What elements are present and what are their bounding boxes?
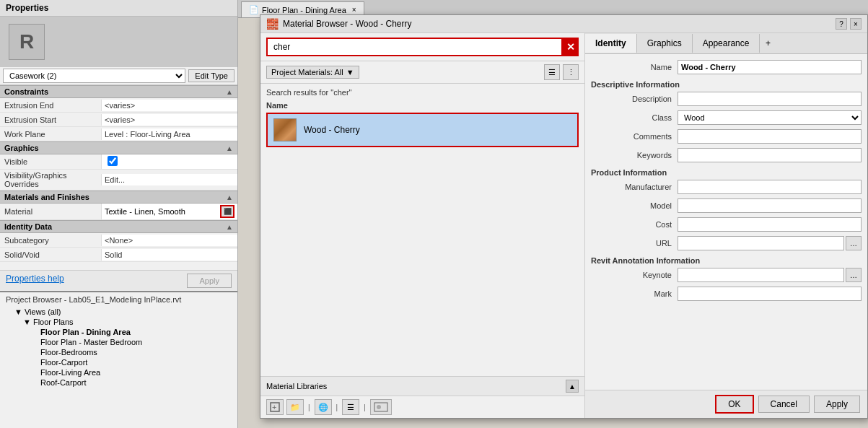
svg-text:+: +	[272, 403, 276, 411]
material-value-container: Textile - Linen, Smooth ⬛	[101, 204, 237, 219]
url-browse-button[interactable]: …	[846, 236, 862, 250]
bottom-toolbar: + 📁 | 🌐 | ☰ |	[260, 396, 584, 418]
tab-graphics[interactable]: Graphics	[637, 34, 693, 53]
vg-overrides-row: Visibility/Graphics Overrides Edit...	[0, 170, 237, 191]
browser-floor-plans[interactable]: ▼ Floor Plans	[6, 317, 232, 327]
dialog-titlebar: 🧱 Material Browser - Wood - Cherry ? ×	[260, 15, 867, 33]
cost-input[interactable]	[678, 217, 862, 232]
dialog-close-button[interactable]: ×	[850, 18, 862, 30]
dialog-title-left: 🧱 Material Browser - Wood - Cherry	[266, 18, 412, 30]
cost-label: Cost	[591, 220, 678, 229]
tab-add-button[interactable]: +	[760, 33, 776, 53]
solid-void-value: Solid	[101, 249, 237, 261]
properties-panel: Properties R Casework (2) Edit Type Cons…	[0, 0, 238, 428]
folder-button[interactable]: 📁	[286, 399, 304, 415]
grid-view-button[interactable]: ⋮	[563, 64, 579, 80]
material-browse-button[interactable]: ⬛	[220, 205, 234, 218]
extrusion-end-row: Extrusion End <varies>	[0, 98, 237, 113]
keynote-input[interactable]	[678, 268, 844, 282]
separator3: |	[364, 403, 366, 411]
constraints-arrow[interactable]: ▲	[226, 88, 233, 96]
visible-checkbox[interactable]	[108, 156, 118, 166]
keywords-input[interactable]	[678, 148, 862, 162]
comments-input[interactable]	[678, 129, 862, 144]
browser-bedrooms[interactable]: Floor-Bedrooms	[6, 347, 232, 357]
manufacturer-input[interactable]	[678, 180, 862, 194]
wood-cherry-item[interactable]: Wood - Cherry	[266, 113, 579, 147]
solid-void-label: Solid/Void	[0, 249, 101, 261]
browser-dining-area[interactable]: Floor Plan - Dining Area	[6, 327, 232, 337]
model-field-row: Model	[591, 198, 862, 213]
material-search-input[interactable]	[266, 38, 563, 56]
list-button2[interactable]: ☰	[342, 399, 359, 415]
keynote-field-row: Keynote …	[591, 268, 862, 282]
model-input[interactable]	[678, 198, 862, 213]
casework-select[interactable]: Casework (2)	[3, 69, 185, 83]
extrusion-start-label: Extrusion Start	[0, 114, 101, 126]
graphics-header: Graphics ▲	[0, 141, 237, 154]
cancel-button[interactable]: Cancel	[758, 396, 810, 413]
name-input[interactable]	[678, 60, 862, 74]
name-field-row: Name	[591, 60, 862, 74]
wood-cherry-name: Wood - Cherry	[304, 125, 360, 135]
results-label: Search results for "cher"	[266, 88, 579, 97]
main-area: 📄 Floor Plan - Dining Area × 🧱 Material …	[238, 0, 868, 428]
materials-header: Materials and Finishes ▲	[0, 191, 237, 204]
right-panel: Identity Graphics Appearance +	[585, 33, 867, 418]
libraries-collapse-button[interactable]: ▲	[566, 380, 579, 393]
list-view-button[interactable]: ☰	[544, 64, 560, 80]
keynote-label: Keynote	[591, 271, 678, 279]
dialog-help-button[interactable]: ?	[836, 18, 847, 30]
web-button[interactable]: 🌐	[315, 399, 332, 415]
browser-carport[interactable]: Floor-Carport	[6, 357, 232, 367]
browser-title: Project Browser - Lab05_E1_Modeling InPl…	[6, 295, 232, 304]
graphics-arrow[interactable]: ▲	[226, 144, 233, 152]
browser-master-bedroom[interactable]: Floor Plan - Master Bedroom	[6, 337, 232, 347]
identity-data-arrow[interactable]: ▲	[226, 223, 233, 231]
visible-value[interactable]	[101, 154, 237, 169]
description-field-row: Description	[591, 92, 862, 106]
libraries-bar: Material Libraries ▲	[260, 376, 584, 396]
extrusion-start-value[interactable]: <varies>	[101, 114, 237, 126]
dialog-title-icon: 🧱	[266, 18, 279, 30]
class-field-row: Class Wood	[591, 110, 862, 125]
properties-help-link[interactable]: Properties help	[6, 274, 187, 288]
keynote-browse-button[interactable]: …	[846, 268, 862, 282]
dialog-body: ✕ Project Materials: All ▼ ☰ ⋮	[260, 33, 867, 418]
props-bottom: Properties help Apply	[0, 270, 237, 291]
mark-field-row: Mark	[591, 287, 862, 301]
add-material-button[interactable]: +	[266, 399, 284, 415]
extrusion-start-row: Extrusion Start <varies>	[0, 113, 237, 127]
project-materials-button[interactable]: Project Materials: All ▼	[266, 66, 359, 79]
search-clear-button[interactable]: ✕	[563, 38, 579, 56]
col-header: Name	[266, 101, 579, 110]
dialog-footer: OK Cancel Apply	[585, 390, 867, 418]
identity-data-header: Identity Data ▲	[0, 220, 237, 233]
ok-button[interactable]: OK	[715, 395, 753, 414]
subcategory-row: Subcategory <None>	[0, 233, 237, 248]
scene-button[interactable]	[370, 399, 392, 415]
properties-apply-button[interactable]: Apply	[187, 274, 232, 288]
url-input[interactable]	[678, 236, 844, 250]
identity-content: Name Descriptive Information Description…	[585, 54, 867, 390]
material-label: Material	[0, 206, 101, 217]
dialog-apply-button[interactable]: Apply	[814, 396, 860, 413]
class-select[interactable]: Wood	[678, 110, 862, 125]
libraries-label: Material Libraries	[266, 382, 327, 390]
tab-appearance[interactable]: Appearance	[693, 34, 760, 53]
browser-living-area[interactable]: Floor-Living Area	[6, 367, 232, 377]
tab-identity[interactable]: Identity	[585, 34, 637, 53]
project-materials-dropdown-icon: ▼	[346, 68, 354, 77]
materials-arrow[interactable]: ▲	[226, 193, 233, 201]
comments-label: Comments	[591, 132, 678, 141]
url-label: URL	[591, 239, 678, 248]
project-browser: Project Browser - Lab05_E1_Modeling InPl…	[0, 291, 237, 428]
edit-type-button[interactable]: Edit Type	[188, 69, 234, 82]
browser-roof-carport[interactable]: Roof-Carport	[6, 377, 232, 388]
keywords-label: Keywords	[591, 151, 678, 160]
extrusion-end-value[interactable]: <varies>	[101, 100, 237, 111]
browser-views-all[interactable]: ▼ Views (all)	[6, 307, 232, 317]
vg-overrides-value[interactable]: Edit...	[101, 174, 237, 185]
description-input[interactable]	[678, 92, 862, 106]
mark-input[interactable]	[678, 287, 862, 301]
